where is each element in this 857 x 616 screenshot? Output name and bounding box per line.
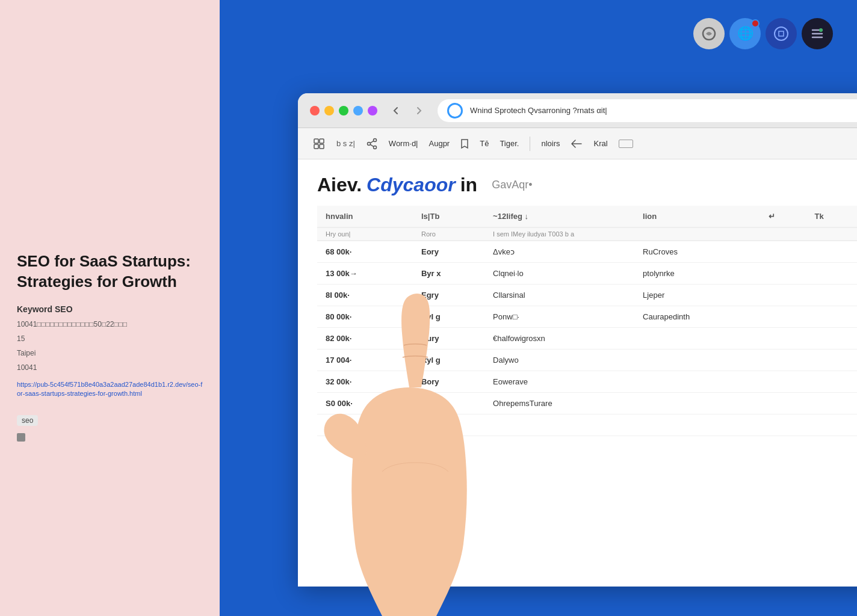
cell-empty2 — [806, 263, 857, 285]
header-part3: in — [460, 174, 477, 196]
cell-col1: Egry — [413, 285, 484, 306]
header-part2: Cdycaoor — [367, 174, 456, 196]
browser-icon-2[interactable]: 🌐 — [729, 18, 761, 49]
close-button[interactable] — [310, 106, 320, 116]
toolbar-label-nloirs[interactable]: nloirs — [541, 139, 560, 148]
toolbar-icon-share[interactable] — [366, 138, 378, 150]
toolbar-box — [619, 140, 633, 148]
minimize-button[interactable] — [324, 106, 334, 116]
tab-indicator-purple[interactable] — [368, 106, 377, 116]
cell-col1: Nill v — [413, 393, 484, 414]
svg-point-1 — [775, 27, 788, 40]
address-bar[interactable]: Wnind Sprotech Qvsarroning ?rnats αit| — [438, 99, 857, 122]
cell-volume: 8I 00k· — [317, 285, 413, 306]
svg-rect-6 — [320, 144, 324, 149]
table-header-row: hnvalin ls|Tb ~12lifeg ↓ lion ↵ Tk ↗ Exc… — [317, 206, 857, 227]
toolbar-icon-back-arrow[interactable] — [571, 139, 583, 149]
table-row: 8F 00k· — [317, 414, 857, 436]
forward-button[interactable] — [410, 102, 428, 120]
cell-empty1 — [760, 350, 806, 371]
col-header-6: Tk — [806, 206, 857, 227]
cell-col1: ByI g — [413, 306, 484, 328]
toolbar-label-augpr[interactable]: Augpr — [429, 139, 450, 148]
cell-volume: 13 00k→ — [317, 263, 413, 285]
cell-volume: 32 00k· — [317, 371, 413, 393]
svg-point-7 — [367, 142, 370, 145]
address-text: Wnind Sprotech Qvsarroning ?rnats αit| — [470, 106, 857, 115]
browser-window: Wnind Sprotech Qvsarroning ?rnats αit| b… — [298, 93, 857, 587]
toolbar-icon-f[interactable] — [460, 138, 469, 149]
toolbar-label-te[interactable]: Tē — [480, 139, 489, 148]
toolbar-icon-1[interactable] — [312, 137, 326, 150]
page-title: SEO for SaaS Startups: Strategies for Gr… — [17, 251, 203, 292]
cell-col3 — [634, 414, 760, 436]
cell-empty1 — [760, 328, 806, 350]
cell-col2: Eowerave — [484, 371, 634, 393]
header-sub: GavAqr• — [492, 179, 532, 191]
table-subheader-row: Hry oun| Roro I sem IMey iludyaı T003 b … — [317, 227, 857, 241]
cell-volume: 80 00k· — [317, 306, 413, 328]
table-row: 80 00k· ByI g Ponw□· Caurapedinth — [317, 306, 857, 328]
cell-empty1 — [760, 414, 806, 436]
seo-tag: seo — [17, 415, 38, 426]
cell-volume: 8F 00k· — [317, 414, 413, 436]
cell-empty2 — [806, 328, 857, 350]
cell-col3 — [634, 350, 760, 371]
meta-id: 10041□□□□□□□□□□□□□50□22□□□ — [17, 320, 203, 328]
svg-rect-3 — [314, 139, 318, 143]
cell-col3: Caurapedinth — [634, 306, 760, 328]
cell-empty2 — [806, 285, 857, 306]
cell-empty1 — [760, 371, 806, 393]
subheader-1: Hry oun| — [317, 227, 413, 241]
cell-volume: 17 004· — [317, 350, 413, 371]
browser-icon-3[interactable] — [766, 18, 797, 49]
toolbar-label-worm[interactable]: Worm·d| — [389, 139, 418, 148]
svg-line-10 — [370, 141, 374, 143]
cell-col1: Eory — [413, 241, 484, 263]
cell-col2: €halfowigrosxn — [484, 328, 634, 350]
cell-col3 — [634, 393, 760, 414]
location-id: 10041 — [17, 363, 203, 372]
col-header-4: lion — [634, 206, 760, 227]
cell-col3 — [634, 371, 760, 393]
cell-empty1 — [760, 263, 806, 285]
keyword-label: Keyword SEO — [17, 304, 203, 314]
cell-empty1 — [760, 285, 806, 306]
col-header-2: ls|Tb — [413, 206, 484, 227]
col-header-3: ~12lifeg ↓ — [484, 206, 634, 227]
cell-empty2 — [806, 414, 857, 436]
security-icon — [447, 103, 463, 119]
cell-col3 — [634, 328, 760, 350]
tab-indicator-blue[interactable] — [353, 106, 363, 116]
cell-col2: Clqnei·lo — [484, 263, 634, 285]
svg-line-11 — [370, 144, 374, 147]
cell-col2: Dalywo — [484, 350, 634, 371]
cell-col1 — [413, 414, 484, 436]
cell-empty2 — [806, 393, 857, 414]
cell-col1: Byr x — [413, 263, 484, 285]
toolbar-separator — [530, 137, 530, 151]
maximize-button[interactable] — [339, 106, 348, 116]
cell-empty1 — [760, 306, 806, 328]
browser-toolbar: b s z| Worm·d| Augpr Tē Tiger. nloirs — [298, 128, 857, 159]
toolbar-label-tiger[interactable]: Tiger. — [500, 139, 519, 148]
count: 15 — [17, 334, 203, 343]
cell-empty2 — [806, 241, 857, 263]
cell-col1: Bory — [413, 371, 484, 393]
cell-col2 — [484, 414, 634, 436]
cell-empty1 — [760, 393, 806, 414]
cell-volume: S0 00k· — [317, 393, 413, 414]
header-part1: Aiev. — [317, 174, 362, 196]
copy-icon[interactable] — [17, 433, 25, 442]
browser-icon-4[interactable] — [802, 18, 833, 49]
back-button[interactable] — [387, 102, 405, 120]
sidebar: SEO for SaaS Startups: Strategies for Gr… — [0, 0, 220, 616]
page-url[interactable]: https://pub-5c454f571b8e40a3a2aad27ade84… — [17, 380, 203, 399]
toolbar-label-kral[interactable]: Kral — [593, 139, 607, 148]
col-header-1: hnvalin — [317, 206, 413, 227]
browser-icon-1[interactable] — [693, 18, 725, 49]
cell-col1: Bury — [413, 328, 484, 350]
toolbar-label-1: b s z| — [336, 139, 355, 148]
svg-rect-4 — [320, 139, 324, 143]
table-row: 17 004· Ryl g Dalywo — [317, 350, 857, 371]
